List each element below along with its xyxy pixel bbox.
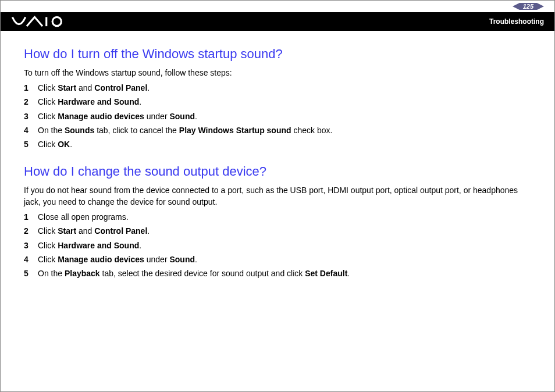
- vaio-logo: [11, 16, 63, 27]
- svg-point-1: [52, 17, 61, 26]
- header-bar: Troubleshooting: [1, 12, 554, 31]
- step: 5On the Playback tab, select the desired…: [24, 268, 531, 279]
- content-area: How do I turn off the Windows startup so…: [1, 31, 554, 303]
- intro-output-device: If you do not hear sound from the device…: [24, 184, 531, 208]
- step: 2Click Hardware and Sound.: [24, 96, 531, 108]
- page-number: 125: [520, 3, 537, 10]
- section-output-device: How do I change the sound output device?…: [24, 162, 531, 280]
- step: 1Click Start and Control Panel.: [24, 82, 531, 94]
- step: 3Click Hardware and Sound.: [24, 240, 531, 251]
- step: 5Click OK.: [24, 138, 531, 150]
- page-nav: 125: [513, 3, 544, 10]
- top-nav-bar: 125: [1, 1, 554, 12]
- intro-startup-sound: To turn off the Windows startup sound, f…: [24, 67, 531, 79]
- section-label: Troubleshooting: [489, 17, 544, 26]
- heading-startup-sound: How do I turn off the Windows startup so…: [24, 45, 531, 63]
- section-startup-sound: How do I turn off the Windows startup so…: [24, 45, 531, 151]
- step: 1Close all open programs.: [24, 211, 531, 223]
- step: 4On the Sounds tab, click to cancel the …: [24, 124, 531, 136]
- steps-output-device: 1Close all open programs. 2Click Start a…: [24, 211, 531, 279]
- prev-page-arrow-icon[interactable]: [513, 3, 520, 10]
- step: 3Click Manage audio devices under Sound.: [24, 111, 531, 122]
- document-page: 125 Troubleshooting How do I turn off th…: [0, 0, 555, 392]
- step: 4Click Manage audio devices under Sound.: [24, 254, 531, 265]
- step: 2Click Start and Control Panel.: [24, 225, 531, 237]
- heading-output-device: How do I change the sound output device?: [24, 162, 531, 181]
- next-page-arrow-icon[interactable]: [537, 3, 544, 10]
- steps-startup-sound: 1Click Start and Control Panel. 2Click H…: [24, 82, 531, 150]
